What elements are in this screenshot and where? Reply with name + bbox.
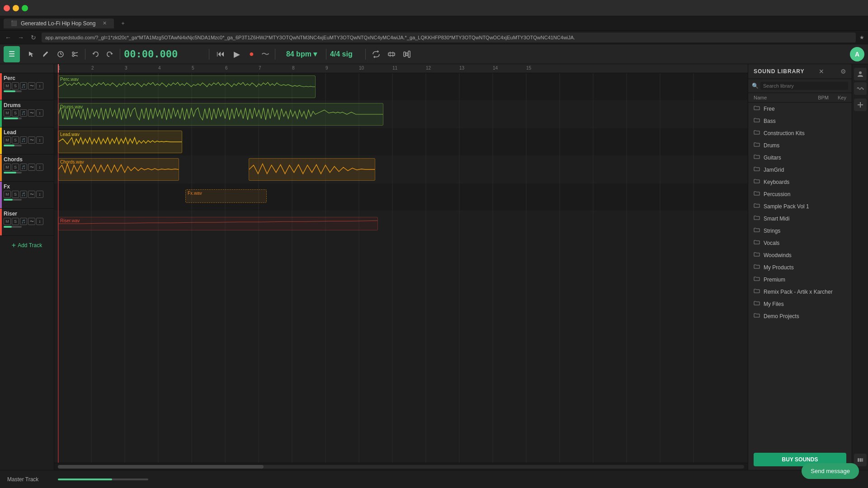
scissors-tool[interactable]: [69, 49, 81, 60]
library-item-demo-projects[interactable]: Demo Projects: [748, 310, 852, 322]
solo-fx[interactable]: S: [12, 191, 19, 198]
mute-drums[interactable]: M: [4, 109, 11, 117]
midi-chords[interactable]: 🎵: [20, 164, 27, 171]
library-item-percussion[interactable]: Percussion: [748, 188, 852, 200]
solo-riser[interactable]: S: [12, 218, 19, 225]
library-item-guitars[interactable]: Guitars: [748, 151, 852, 164]
eq-drums[interactable]: 〜: [28, 109, 35, 117]
rewind-button[interactable]: ⏮: [213, 47, 228, 61]
expand-riser[interactable]: ↕: [36, 218, 43, 225]
time-sig-display[interactable]: 4/4 sig: [330, 50, 362, 58]
add-track-button[interactable]: + Add Track: [0, 238, 54, 253]
eq-chords[interactable]: 〜: [28, 164, 35, 171]
clip-chords-1[interactable]: Chords.wav: [58, 158, 179, 181]
library-item-vocals[interactable]: Vocals: [748, 237, 852, 249]
back-button[interactable]: ←: [4, 34, 13, 41]
midi-drums[interactable]: 🎵: [20, 109, 27, 117]
library-item-sample-pack-vol-1[interactable]: Sample Pack Vol 1: [748, 200, 852, 212]
mix-tool[interactable]: [400, 48, 414, 60]
library-item-remix-pack---artik-x-karcher[interactable]: Remix Pack - Artik x Karcher: [748, 286, 852, 298]
clip-lead[interactable]: Lead.wav: [58, 131, 182, 153]
active-tab[interactable]: ⬛ Generated Lo-Fi Hip Hop Song ✕: [4, 19, 114, 28]
library-item-free[interactable]: Free: [748, 103, 852, 115]
mute-chords[interactable]: M: [4, 164, 11, 171]
clip-drums[interactable]: Drums.wav: [58, 103, 383, 126]
mute-fx[interactable]: M: [4, 191, 11, 198]
solo-perc[interactable]: S: [12, 82, 19, 89]
eq-fx[interactable]: 〜: [28, 191, 35, 198]
undo-button[interactable]: [89, 49, 102, 60]
solo-chords[interactable]: S: [12, 164, 19, 171]
record-button[interactable]: ●: [245, 47, 258, 61]
play-button[interactable]: ▶: [230, 47, 244, 61]
library-item-bass[interactable]: Bass: [748, 115, 852, 127]
bpm-display[interactable]: 84 bpm ▾: [286, 50, 322, 58]
redo-button[interactable]: [104, 49, 116, 60]
close-btn[interactable]: [4, 5, 10, 11]
clip-label-perc: Perc.wav: [60, 77, 79, 82]
track-volume-drums[interactable]: [4, 117, 22, 119]
library-item-woodwinds[interactable]: Woodwinds: [748, 249, 852, 261]
midi-riser[interactable]: 🎵: [20, 218, 27, 225]
library-search-input[interactable]: [760, 82, 848, 90]
loop-tool[interactable]: [369, 48, 383, 60]
library-item-strings[interactable]: Strings: [748, 225, 852, 237]
midi-lead[interactable]: 🎵: [20, 136, 27, 144]
eq-riser[interactable]: 〜: [28, 218, 35, 225]
mute-lead[interactable]: M: [4, 136, 11, 144]
library-item-smart-midi[interactable]: Smart Midi: [748, 212, 852, 225]
library-close-button[interactable]: ✕: [819, 68, 824, 75]
right-icon-wave[interactable]: [854, 82, 867, 95]
select-tool[interactable]: [25, 49, 38, 60]
eq-lead[interactable]: 〜: [28, 136, 35, 144]
menu-button[interactable]: ☰: [4, 46, 20, 62]
mute-riser[interactable]: M: [4, 218, 11, 225]
library-item-construction-kits[interactable]: Construction Kits: [748, 127, 852, 139]
send-message-button[interactable]: Send message: [802, 463, 859, 479]
master-volume-track[interactable]: [58, 479, 148, 480]
clip-perc[interactable]: Perc.wav: [58, 75, 316, 98]
solo-lead[interactable]: S: [12, 136, 19, 144]
track-volume-lead[interactable]: [4, 145, 22, 146]
track-volume-fx[interactable]: [4, 199, 22, 201]
url-bar[interactable]: [42, 33, 856, 42]
clip-riser[interactable]: Riser.wav: [58, 217, 378, 230]
forward-button[interactable]: →: [16, 34, 25, 41]
expand-fx[interactable]: ↕: [36, 191, 43, 198]
expand-drums[interactable]: ↕: [36, 109, 43, 117]
library-item-drums[interactable]: Drums: [748, 139, 852, 151]
mute-perc[interactable]: M: [4, 82, 11, 89]
track-volume-chords[interactable]: [4, 172, 22, 174]
midi-fx[interactable]: 🎵: [20, 191, 27, 198]
user-avatar[interactable]: A: [850, 47, 864, 61]
track-volume-perc[interactable]: [4, 90, 22, 92]
maximize-btn[interactable]: [22, 5, 28, 11]
solo-drums[interactable]: S: [12, 109, 19, 117]
right-icon-user[interactable]: [854, 68, 867, 80]
library-item-my-files[interactable]: My Files: [748, 298, 852, 310]
expand-perc[interactable]: ↕: [36, 82, 43, 89]
clip-chords-2[interactable]: [249, 158, 375, 181]
library-item-jamgrid[interactable]: JamGrid: [748, 164, 852, 176]
expand-lead[interactable]: ↕: [36, 136, 43, 144]
right-icon-plus[interactable]: [854, 99, 867, 111]
library-item-keyboards[interactable]: Keyboards: [748, 176, 852, 188]
clock-tool[interactable]: [54, 49, 67, 60]
pencil-tool[interactable]: [40, 49, 52, 60]
minimize-btn[interactable]: [13, 5, 19, 11]
scroll-thumb[interactable]: [58, 465, 264, 469]
tracks-canvas[interactable]: Perc.wav Drums.wav Lead.wav: [54, 73, 748, 463]
library-settings-button[interactable]: ⚙: [840, 68, 846, 75]
trim-tool[interactable]: [385, 48, 398, 60]
bookmark-icon[interactable]: ★: [859, 34, 864, 41]
new-tab-btn[interactable]: +: [116, 19, 130, 28]
track-volume-riser[interactable]: [4, 226, 22, 228]
library-item-premium[interactable]: Premium: [748, 273, 852, 286]
reload-button[interactable]: ↻: [29, 34, 38, 41]
eq-perc[interactable]: 〜: [28, 82, 35, 89]
bottom-scrollbar[interactable]: [54, 463, 748, 470]
midi-perc[interactable]: 🎵: [20, 82, 27, 89]
library-item-my-products[interactable]: My Products: [748, 261, 852, 273]
expand-chords[interactable]: ↕: [36, 164, 43, 171]
clip-fx[interactable]: Fx.wav: [185, 189, 267, 203]
